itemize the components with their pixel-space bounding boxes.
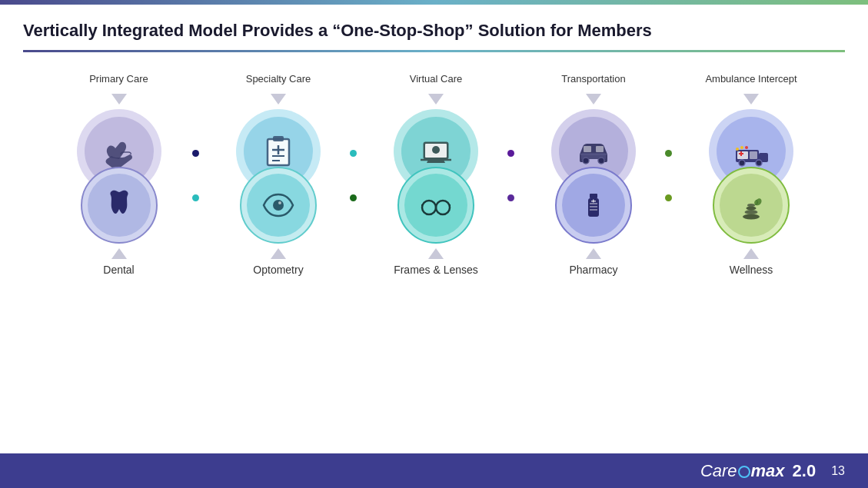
circle-inner-dental — [88, 174, 151, 237]
footer-version: 2.0 — [793, 461, 816, 481]
label-optometry: Optometry — [253, 264, 303, 276]
circle-inner-pharmacy — [562, 174, 625, 237]
arrow-virtual-care — [428, 94, 444, 105]
arrow-optometry-up — [271, 248, 286, 259]
svg-rect-36 — [590, 203, 597, 204]
label-virtual-care: Virtual Care — [410, 68, 462, 91]
arrow-frames-up — [428, 248, 444, 259]
svg-point-42 — [745, 210, 758, 214]
svg-rect-34 — [590, 194, 597, 198]
svg-point-27 — [273, 200, 284, 211]
arrow-pharmacy-up — [586, 248, 601, 259]
divider — [23, 50, 845, 52]
dot-b1 — [192, 194, 199, 201]
label-ambulance: Ambulance Intercept — [705, 68, 796, 91]
circle-outer-frames — [397, 167, 474, 244]
diagram: Primary Care — [23, 68, 845, 276]
svg-rect-19 — [750, 151, 757, 159]
footer: Caremax 2.0 13 — [0, 453, 868, 488]
dot-4 — [665, 150, 672, 157]
svg-rect-37 — [590, 206, 597, 207]
dot-connector-b4 — [665, 167, 680, 230]
svg-rect-40 — [593, 199, 594, 202]
arrow-ambulance — [743, 94, 759, 105]
svg-point-8 — [432, 146, 440, 154]
service-optometry: Optometry — [208, 167, 350, 276]
svg-rect-38 — [590, 209, 597, 211]
dot-1 — [192, 150, 199, 157]
svg-point-44 — [747, 204, 755, 207]
svg-point-25 — [740, 146, 743, 149]
dot-2 — [350, 150, 357, 157]
label-dental: Dental — [103, 264, 134, 276]
arrow-transportation — [586, 94, 601, 105]
eye-icon — [261, 188, 296, 223]
label-wellness: Wellness — [730, 264, 773, 276]
glasses-icon — [418, 188, 454, 223]
svg-rect-13 — [584, 146, 591, 152]
dot-connector-b3 — [507, 167, 523, 230]
ambulance-icon — [731, 131, 771, 171]
svg-point-43 — [747, 206, 757, 210]
label-pharmacy: Pharmacy — [569, 264, 617, 276]
main-content: Vertically Integrated Model Provides a “… — [0, 5, 868, 276]
svg-point-22 — [739, 160, 745, 166]
svg-rect-18 — [737, 151, 748, 159]
clipboard-icon — [258, 131, 298, 171]
dot-connector-b1 — [192, 167, 208, 230]
dot-connector-b2 — [350, 167, 365, 230]
label-frames: Frames & Lenses — [394, 264, 478, 276]
circle-inner-optometry — [247, 174, 310, 237]
svg-point-24 — [736, 148, 739, 151]
laptop-icon — [416, 131, 456, 171]
page-title: Vertically Integrated Model Provides a “… — [23, 20, 845, 42]
dot-3 — [507, 150, 514, 157]
footer-logo: Caremax 2.0 13 — [700, 461, 845, 481]
circle-inner-wellness — [720, 174, 783, 237]
arrow-specialty-care — [271, 94, 286, 105]
logo-max: max — [751, 461, 785, 480]
circle-outer-wellness — [713, 167, 790, 244]
svg-rect-1 — [273, 136, 284, 141]
label-specialty-care: Specialty Care — [246, 68, 311, 91]
svg-point-30 — [436, 201, 450, 214]
label-transportation: Transportation — [561, 68, 625, 91]
circle-outer-pharmacy — [555, 167, 632, 244]
svg-rect-21 — [740, 151, 742, 156]
service-wellness: Wellness — [680, 167, 823, 276]
logo-care: Care — [700, 461, 737, 480]
svg-point-12 — [598, 158, 604, 164]
arrow-primary-care — [111, 94, 127, 105]
logo-o — [738, 466, 750, 478]
circle-outer-optometry — [240, 167, 317, 244]
footer-logo-text: Caremax — [700, 461, 785, 481]
spa-icon — [733, 188, 769, 223]
circle-outer-dental — [81, 167, 158, 244]
svg-point-28 — [278, 201, 281, 204]
service-frames: Frames & Lenses — [365, 167, 507, 276]
svg-point-29 — [422, 201, 436, 214]
dot-b3 — [507, 194, 514, 201]
svg-point-26 — [745, 146, 748, 149]
service-dental: Dental — [46, 167, 192, 276]
heart-hands-icon — [99, 131, 139, 171]
footer-page: 13 — [831, 464, 845, 478]
label-primary-care: Primary Care — [89, 68, 148, 91]
arrow-dental-up — [111, 248, 127, 259]
dot-b2 — [350, 194, 357, 201]
service-pharmacy: Pharmacy — [523, 167, 665, 276]
svg-point-41 — [743, 214, 760, 219]
circle-inner-frames — [404, 174, 467, 237]
svg-rect-14 — [596, 146, 604, 152]
svg-point-23 — [756, 160, 762, 166]
arrow-wellness-up — [743, 248, 759, 259]
svg-point-11 — [583, 158, 589, 164]
car-icon — [574, 131, 614, 171]
dot-b4 — [665, 194, 672, 201]
tooth-icon — [101, 188, 137, 223]
bottle-icon — [576, 188, 611, 223]
